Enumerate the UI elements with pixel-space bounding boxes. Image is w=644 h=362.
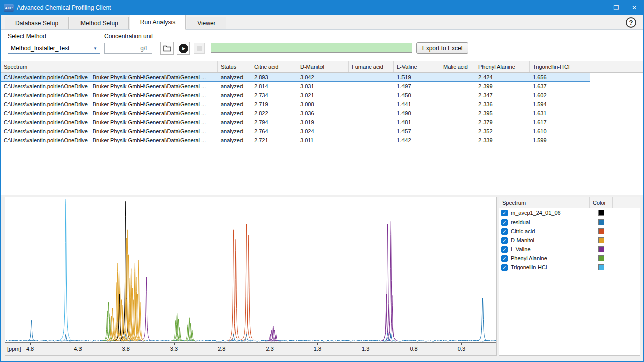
column-header-citric-acid[interactable]: Citric acid — [251, 61, 297, 72]
legend-row: ✓residual — [499, 218, 640, 227]
cell: C:\Users\valentin.poirier\OneDrive - Bru… — [1, 74, 218, 80]
cell: 1.497 — [394, 83, 440, 89]
tick-label: 1.3 — [362, 346, 369, 352]
export-to-excel-button[interactable]: Export to Excel — [416, 42, 468, 54]
play-icon: ▶ — [179, 44, 188, 53]
cell: 2.734 — [251, 92, 297, 98]
cell: - — [349, 137, 394, 143]
cell: - — [349, 128, 394, 134]
cell: 1.656 — [530, 74, 590, 80]
open-folder-button[interactable] — [160, 42, 174, 55]
legend-checkbox[interactable]: ✓ — [501, 228, 508, 235]
color-swatch[interactable] — [598, 237, 604, 243]
table-row[interactable]: C:\Users\valentin.poirier\OneDrive - Bru… — [1, 127, 590, 136]
method-dropdown-value: Method_Installer_Test — [11, 45, 69, 52]
tab-method-setup[interactable]: Method Setup — [70, 17, 129, 29]
legend-name-cell: ✓Trigonellin-HCl — [499, 264, 590, 271]
cell: 2.352 — [475, 128, 530, 134]
cell: C:\Users\valentin.poirier\OneDrive - Bru… — [1, 137, 218, 143]
legend-row: ✓m_avcp1_24_01_06 — [499, 208, 640, 218]
cell: 3.024 — [297, 128, 349, 134]
table-row[interactable]: C:\Users\valentin.poirier\OneDrive - Bru… — [1, 91, 590, 100]
cell: - — [349, 92, 394, 98]
legend-color-cell — [590, 246, 613, 252]
legend-checkbox[interactable]: ✓ — [501, 255, 508, 262]
column-header-trigonellin-hcl[interactable]: Trigonellin-HCl — [530, 61, 590, 72]
table-row[interactable]: C:\Users\valentin.poirier\OneDrive - Bru… — [1, 118, 590, 127]
column-header-l-valine[interactable]: L-Valine — [394, 61, 440, 72]
color-swatch[interactable] — [598, 246, 604, 252]
cell: 1.610 — [530, 128, 590, 134]
cell: 3.036 — [297, 110, 349, 116]
cell: - — [440, 101, 475, 107]
concentration-unit-value: g/L — [140, 45, 149, 52]
tab-run-analysis[interactable]: Run Analysis — [130, 15, 186, 30]
column-header-status[interactable]: Status — [218, 61, 251, 72]
run-analysis-button[interactable]: ▶ — [177, 42, 190, 55]
help-button[interactable]: ? — [626, 17, 636, 28]
stop-button[interactable] — [194, 43, 205, 54]
tab-viewer[interactable]: Viewer — [187, 17, 226, 29]
spectrum-plot[interactable] — [5, 197, 496, 342]
minimize-button[interactable]: – — [589, 1, 607, 15]
cell: - — [349, 119, 394, 125]
table-row[interactable]: C:\Users\valentin.poirier\OneDrive - Bru… — [1, 73, 590, 82]
concentration-unit-input[interactable]: g/L — [104, 43, 152, 54]
window-controls: – ❐ ✕ — [589, 1, 643, 15]
legend-label: Phenyl Alanine — [511, 255, 547, 261]
tick-label: 4.3 — [74, 346, 82, 352]
legend-checkbox[interactable]: ✓ — [501, 264, 508, 271]
legend-header-filler — [613, 197, 640, 208]
legend-checkbox[interactable]: ✓ — [501, 237, 508, 244]
progress-bar — [211, 43, 412, 53]
table-row[interactable]: C:\Users\valentin.poirier\OneDrive - Bru… — [1, 82, 590, 91]
legend-panel: SpectrumColor ✓m_avcp1_24_01_06✓residual… — [499, 197, 640, 356]
tick-mark — [174, 343, 175, 345]
legend-row: ✓D-Manitol — [499, 236, 640, 245]
app-icon: ACP — [4, 4, 14, 12]
legend-row: ✓Trigonellin-HCl — [499, 263, 640, 272]
color-swatch[interactable] — [598, 264, 604, 270]
cell: 1.481 — [394, 119, 440, 125]
x-axis-unit-label: [ppm] — [7, 346, 21, 352]
column-header-phenyl-alanine[interactable]: Phenyl Alanine — [475, 61, 530, 72]
cell: 3.021 — [297, 92, 349, 98]
legend-checkbox[interactable]: ✓ — [501, 219, 508, 226]
legend-label: L-Valine — [511, 246, 531, 252]
color-swatch[interactable] — [598, 210, 604, 216]
cell: analyzed — [218, 101, 251, 107]
window-title: Advanced Chemical Profiling Client — [17, 4, 111, 11]
legend-row: ✓Phenyl Alanine — [499, 254, 640, 263]
cell: C:\Users\valentin.poirier\OneDrive - Bru… — [1, 83, 218, 89]
column-header-fumaric-acid[interactable]: Fumaric acid — [349, 61, 394, 72]
cell: - — [349, 83, 394, 89]
cell: C:\Users\valentin.poirier\OneDrive - Bru… — [1, 119, 218, 125]
tick-mark — [78, 343, 78, 345]
color-swatch[interactable] — [598, 219, 604, 225]
cell: - — [440, 83, 475, 89]
tab-strip: Database SetupMethod SetupRun AnalysisVi… — [1, 15, 643, 30]
column-header-malic-acid[interactable]: Malic acid — [440, 61, 475, 72]
tick-mark — [414, 343, 414, 345]
cell: - — [440, 128, 475, 134]
tab-database-setup[interactable]: Database Setup — [5, 17, 69, 29]
cell: 3.011 — [297, 137, 349, 143]
tick-label: 2.3 — [266, 346, 273, 352]
column-header-d-manitol[interactable]: D-Manitol — [297, 61, 349, 72]
color-swatch[interactable] — [598, 228, 604, 234]
table-row[interactable]: C:\Users\valentin.poirier\OneDrive - Bru… — [1, 109, 590, 118]
table-row[interactable]: C:\Users\valentin.poirier\OneDrive - Bru… — [1, 136, 590, 145]
cell: - — [349, 110, 394, 116]
method-dropdown[interactable]: Method_Installer_Test ▼ — [8, 43, 100, 54]
color-swatch[interactable] — [598, 255, 604, 261]
spectrum-plot-panel: [ppm] 4.84.33.83.32.82.31.81.30.80.3 — [5, 197, 497, 356]
legend-checkbox[interactable]: ✓ — [501, 210, 508, 216]
column-header-spectrum[interactable]: Spectrum — [1, 61, 218, 72]
legend-column-header-color: Color — [590, 197, 613, 208]
cell: 3.031 — [297, 83, 349, 89]
table-row[interactable]: C:\Users\valentin.poirier\OneDrive - Bru… — [1, 100, 590, 109]
close-button[interactable]: ✕ — [625, 1, 643, 15]
legend-checkbox[interactable]: ✓ — [501, 246, 508, 253]
cell: - — [440, 137, 475, 143]
maximize-button[interactable]: ❐ — [607, 1, 625, 15]
